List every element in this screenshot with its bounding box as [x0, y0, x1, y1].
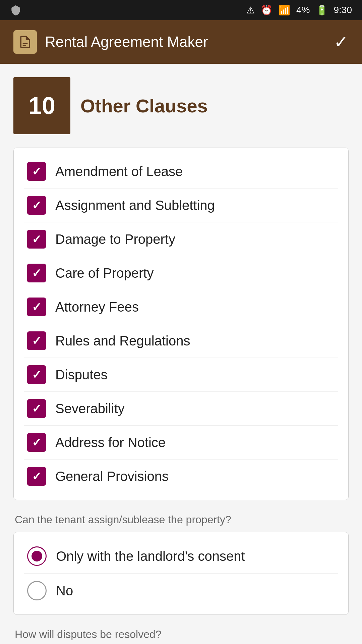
list-item[interactable]: Care of Property: [24, 256, 338, 290]
checkbox-address[interactable]: [27, 433, 46, 452]
list-item[interactable]: Amendment of Lease: [24, 155, 338, 189]
question1-card: Only with the landlord's consent No: [13, 532, 349, 615]
list-item[interactable]: Attorney Fees: [24, 290, 338, 324]
signal-icon: 📶: [279, 5, 290, 16]
checkbox-amendment[interactable]: [27, 162, 46, 181]
app-bar: Rental Agreement Maker ✓: [0, 20, 362, 64]
checklist-label: Care of Property: [55, 266, 154, 281]
battery-text: 4%: [296, 5, 310, 15]
time-display: 9:30: [334, 5, 352, 15]
document-icon: [18, 35, 33, 49]
warning-icon: ⚠: [246, 5, 255, 16]
list-item[interactable]: Damage to Property: [24, 222, 338, 256]
radio-label: Only with the landlord's consent: [56, 549, 245, 564]
main-content: 10 Other Clauses Amendment of Lease Assi…: [0, 64, 362, 644]
checkbox-rules[interactable]: [27, 331, 46, 350]
checkbox-care[interactable]: [27, 264, 46, 282]
section-number-box: 10: [13, 77, 70, 134]
section-header: 10 Other Clauses: [13, 77, 349, 134]
checklist-label: General Provisions: [55, 469, 169, 484]
list-item[interactable]: Rules and Regulations: [24, 324, 338, 358]
checkbox-damage[interactable]: [27, 230, 46, 249]
checklist-label: Assignment and Subletting: [55, 198, 215, 213]
checklist-label: Address for Notice: [55, 435, 166, 450]
app-bar-left: Rental Agreement Maker: [13, 30, 208, 54]
status-bar: ⚠ ⏰ 📶 4% 🔋 9:30: [0, 0, 362, 20]
radio-item[interactable]: No: [24, 574, 338, 608]
question1-label: Can the tenant assign/sublease the prope…: [13, 514, 349, 526]
list-item[interactable]: Address for Notice: [24, 426, 338, 460]
checklist-label: Damage to Property: [55, 232, 175, 247]
section-title: Other Clauses: [80, 95, 208, 117]
alarm-icon: ⏰: [261, 5, 273, 16]
shield-icon: [10, 4, 21, 16]
checklist-label: Rules and Regulations: [55, 333, 190, 348]
checklist-card: Amendment of Lease Assignment and Sublet…: [13, 148, 349, 500]
list-item[interactable]: Severability: [24, 392, 338, 426]
checkbox-general[interactable]: [27, 467, 46, 486]
app-icon: [13, 30, 37, 54]
list-item[interactable]: Disputes: [24, 358, 338, 392]
status-bar-left: [10, 4, 21, 16]
app-title: Rental Agreement Maker: [45, 34, 208, 50]
radio-label: No: [56, 583, 73, 598]
question2-label: How will disputes be resolved?: [13, 628, 349, 641]
confirm-button[interactable]: ✓: [334, 32, 349, 52]
checkbox-attorney[interactable]: [27, 298, 46, 316]
checkbox-assignment[interactable]: [27, 196, 46, 215]
radio-landlord-consent[interactable]: [27, 546, 47, 566]
battery-icon: 🔋: [316, 5, 328, 16]
checklist-label: Attorney Fees: [55, 300, 139, 315]
section-number-text: 10: [28, 92, 55, 119]
checkbox-disputes[interactable]: [27, 365, 46, 384]
checkbox-severability[interactable]: [27, 399, 46, 418]
status-bar-right: ⚠ ⏰ 📶 4% 🔋 9:30: [246, 5, 352, 16]
checklist-label: Amendment of Lease: [55, 164, 183, 179]
radio-inner: [32, 551, 42, 561]
radio-item[interactable]: Only with the landlord's consent: [24, 539, 338, 574]
checklist-label: Severability: [55, 401, 125, 416]
radio-no[interactable]: [27, 581, 47, 600]
list-item[interactable]: General Provisions: [24, 460, 338, 493]
checklist-label: Disputes: [55, 367, 108, 382]
list-item[interactable]: Assignment and Subletting: [24, 189, 338, 222]
